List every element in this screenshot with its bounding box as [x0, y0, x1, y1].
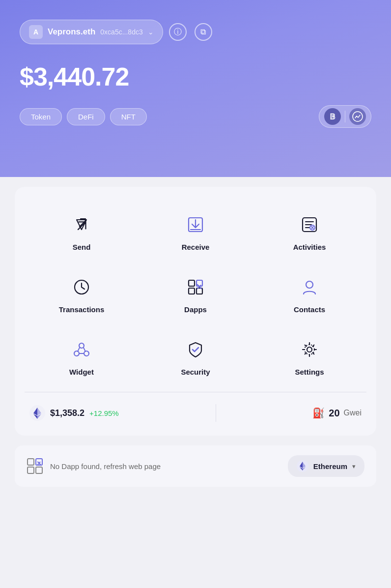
dapp-status-text: No Dapp found, refresh web page [50, 462, 161, 470]
eth-vertical-divider [216, 404, 216, 422]
transactions-icon [68, 274, 95, 300]
svg-rect-28 [36, 459, 42, 465]
partner-chart-icon[interactable] [349, 108, 366, 125]
activities-icon [296, 211, 323, 238]
menu-item-contacts[interactable]: Contacts [252, 264, 366, 322]
gas-pump-icon: ⛽ [312, 407, 325, 419]
security-label: Security [181, 368, 210, 376]
tab-nft[interactable]: NFT [110, 108, 147, 125]
copy-icon: ⧉ [200, 28, 206, 36]
svg-point-16 [84, 351, 89, 356]
receive-label: Receive [182, 243, 210, 251]
widget-label: Widget [69, 368, 94, 376]
menu-item-widget[interactable]: Widget [25, 326, 139, 384]
security-icon [182, 336, 209, 363]
eth-left: $1,358.2 +12.95% [29, 405, 119, 421]
send-icon [68, 211, 95, 238]
eth-network-icon [297, 460, 308, 472]
tabs-row: Token DeFi NFT 𝔹 [20, 105, 371, 128]
chevron-down-icon: ▾ [352, 463, 356, 470]
network-selector[interactable]: Ethereum ▾ [288, 455, 364, 477]
contacts-icon [296, 274, 323, 300]
dapps-label: Dapps [184, 305, 207, 314]
svg-rect-29 [28, 467, 34, 473]
transactions-label: Transactions [59, 305, 105, 314]
copy-button[interactable]: ⧉ [195, 23, 212, 41]
svg-line-18 [84, 348, 85, 352]
svg-point-13 [306, 281, 313, 288]
info-button[interactable]: ⓘ [169, 23, 187, 41]
partner-divider [345, 111, 345, 122]
info-icon: ⓘ [174, 27, 182, 37]
tab-defi[interactable]: DeFi [67, 108, 105, 125]
menu-item-send[interactable]: Send [25, 202, 139, 259]
partner-icons: 𝔹 [319, 105, 371, 128]
svg-rect-9 [189, 280, 195, 286]
bottom-bar: No Dapp found, refresh web page Ethereum… [15, 445, 376, 487]
menu-item-settings[interactable]: Settings [252, 326, 366, 384]
wallet-name: Veprons.eth [48, 27, 95, 37]
avatar-icon: A [29, 25, 43, 39]
eth-right: ⛽ 20 Gwei [312, 407, 362, 419]
dapp-status-area: No Dapp found, refresh web page [27, 458, 161, 474]
send-label: Send [73, 243, 91, 251]
dapps-small-icon [27, 458, 43, 474]
eth-logo [29, 405, 45, 421]
menu-item-activities[interactable]: Activities [252, 202, 366, 259]
header-action-icons: ⓘ ⧉ [169, 23, 212, 41]
widget-icon [68, 336, 95, 363]
svg-rect-27 [28, 459, 34, 465]
menu-item-security[interactable]: Security [139, 326, 252, 384]
main-card: Send Receive [15, 187, 376, 436]
eth-bar: $1,358.2 +12.95% ⛽ 20 Gwei [25, 400, 366, 426]
eth-price: $1,358.2 [50, 408, 84, 418]
gwei-label: Gwei [344, 409, 362, 417]
menu-item-transactions[interactable]: Transactions [25, 264, 139, 322]
dapps-icon [182, 274, 209, 300]
chevron-down-icon: ⌄ [148, 28, 154, 36]
svg-line-17 [78, 348, 80, 352]
svg-rect-11 [189, 288, 195, 294]
tab-token[interactable]: Token [20, 108, 62, 125]
network-name: Ethereum [313, 462, 347, 470]
header: A Veprons.eth 0xca5c...8dc3 ⌄ ⓘ ⧉ $3,440… [0, 0, 391, 177]
settings-icon [296, 336, 323, 363]
svg-point-20 [307, 347, 312, 352]
balance-amount: $3,440.72 [20, 62, 371, 91]
activities-label: Activities [293, 243, 326, 251]
menu-grid: Send Receive [25, 202, 366, 384]
address-pill[interactable]: A Veprons.eth 0xca5c...8dc3 ⌄ [20, 20, 163, 44]
wallet-address: 0xca5c...8dc3 [100, 28, 142, 36]
partner-b-icon[interactable]: 𝔹 [324, 108, 341, 125]
eth-change: +12.95% [89, 409, 119, 417]
svg-point-15 [74, 351, 79, 356]
tab-group: Token DeFi NFT [20, 108, 147, 125]
gwei-amount: 20 [329, 408, 339, 419]
menu-item-receive[interactable]: Receive [139, 202, 252, 259]
address-bar: A Veprons.eth 0xca5c...8dc3 ⌄ ⓘ ⧉ [20, 20, 371, 44]
card-divider [25, 392, 366, 392]
svg-rect-30 [36, 467, 42, 473]
contacts-label: Contacts [294, 305, 325, 314]
menu-item-dapps[interactable]: Dapps [139, 264, 252, 322]
receive-icon [182, 211, 209, 238]
settings-label: Settings [295, 368, 324, 376]
